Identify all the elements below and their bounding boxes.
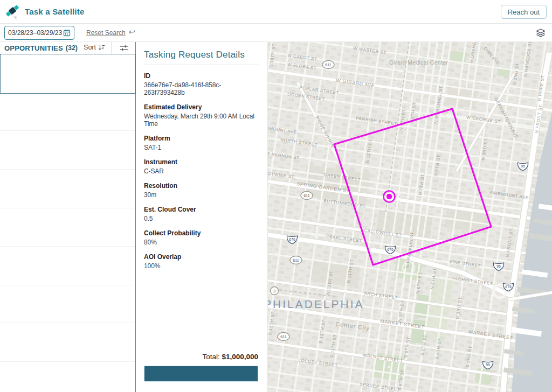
- opportunities-title: OPPORTUNITIES: [4, 44, 63, 52]
- field-id: ID 366e76e7-da98-416f-858c-263f7393428b: [144, 72, 259, 96]
- map-layers-icon[interactable]: [536, 28, 546, 38]
- svg-text:676: 676: [387, 248, 394, 251]
- opportunity-card[interactable]: [0, 323, 135, 362]
- svg-text:611: 611: [325, 62, 331, 67]
- details-title: Tasking Request Details: [144, 50, 259, 60]
- map-canvas[interactable]: W MASTER ST.W CABOT ST.W FLORA ST.W GIRA…: [268, 42, 552, 392]
- field-cloud-cover: Est. Cloud Cover 0.5: [144, 206, 259, 222]
- map-label: PHILADELPHIA: [268, 298, 364, 310]
- field-estimated-delivery: Estimated Delivery Wednesday, March 29th…: [144, 103, 259, 128]
- header-divider: [111, 42, 112, 54]
- svg-text:3: 3: [273, 289, 275, 293]
- opportunity-card[interactable]: [0, 285, 135, 323]
- opportunities-sidebar: OPPORTUNITIES (32) Sort: [0, 42, 136, 392]
- route-shield-611: 611: [290, 256, 302, 264]
- total-value: $1,000,000: [222, 353, 258, 361]
- opportunity-card[interactable]: [0, 208, 135, 247]
- app-header: Task a Satellite Reach out: [0, 0, 552, 24]
- svg-text:95: 95: [496, 264, 501, 268]
- opportunity-card[interactable]: [0, 247, 135, 285]
- field-resolution: Resolution 30m: [144, 182, 259, 199]
- route-shield-3: 3: [271, 287, 279, 295]
- search-toolbar: Reset Search ↩: [0, 24, 552, 42]
- date-range-input[interactable]: [4, 26, 74, 40]
- svg-text:676: 676: [289, 237, 295, 241]
- svg-text:611: 611: [303, 193, 309, 198]
- filter-sliders-icon[interactable]: [120, 44, 128, 54]
- svg-text:95: 95: [486, 363, 490, 367]
- opportunity-card[interactable]: [0, 94, 135, 131]
- sort-button[interactable]: Sort: [84, 44, 105, 51]
- route-shield-611: 611: [278, 333, 289, 341]
- satellite-logo-icon: [4, 3, 20, 20]
- opportunity-card-selected[interactable]: [0, 54, 135, 94]
- date-range-field[interactable]: [8, 29, 63, 37]
- page-title: Task a Satellite: [25, 7, 84, 16]
- reach-out-button[interactable]: Reach out: [501, 5, 547, 19]
- route-shield-611: 611: [301, 192, 313, 200]
- calendar-icon[interactable]: [63, 29, 71, 37]
- tasking-request-details-panel: Tasking Request Details ID 366e76e7-da98…: [136, 42, 268, 392]
- svg-text:95: 95: [521, 164, 525, 168]
- svg-text:611: 611: [280, 334, 286, 339]
- svg-text:611: 611: [293, 258, 299, 263]
- opportunities-count: (32): [66, 44, 78, 52]
- field-collect-probability: Collect Probability 80%: [144, 229, 259, 246]
- submit-request-button[interactable]: [144, 366, 258, 382]
- undo-icon[interactable]: ↩: [129, 27, 135, 36]
- field-instrument: Instrument C-SAR: [144, 158, 259, 175]
- svg-text:676: 676: [505, 285, 512, 289]
- opportunity-card[interactable]: [0, 362, 135, 392]
- route-shield-611: 611: [322, 61, 334, 69]
- opportunity-card[interactable]: [0, 170, 135, 208]
- reset-search-link[interactable]: Reset Search: [86, 29, 126, 37]
- opportunities-header: OPPORTUNITIES (32) Sort: [0, 42, 135, 54]
- details-divider: [144, 65, 259, 65]
- field-platform: Platform SAT-1: [144, 135, 259, 151]
- sort-descending-icon: [98, 44, 105, 51]
- aoi-center-marker[interactable]: [384, 191, 395, 202]
- map-label: Girard Medical Center: [389, 59, 448, 66]
- field-aoi-overlap: AOI Overlap 100%: [144, 253, 259, 270]
- total-price: Total: $1,000,000: [144, 353, 258, 361]
- opportunity-card[interactable]: [0, 131, 135, 170]
